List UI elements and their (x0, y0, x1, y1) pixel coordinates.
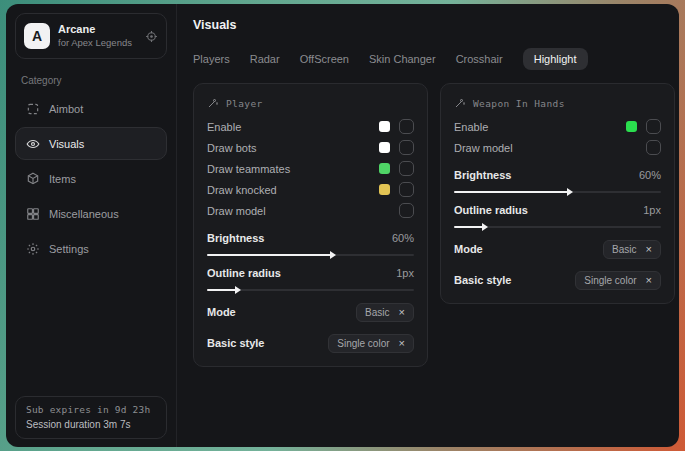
row-label: Mode (207, 306, 356, 318)
slider-thumb[interactable] (330, 251, 336, 259)
sidebar-item-settings[interactable]: Settings (15, 232, 167, 265)
crosshair-frame-icon (26, 102, 40, 116)
basic-style-row: Basic style Single color × (454, 270, 661, 290)
app-subtitle: for Apex Legends (58, 37, 137, 49)
tab-offscreen[interactable]: OffScreen (300, 48, 349, 70)
sidebar-item-visuals[interactable]: Visuals (15, 127, 167, 160)
player-panel: Player Enable Draw bots Draw teammates (193, 83, 428, 367)
basic-style-row: Basic style Single color × (207, 333, 414, 353)
sub-expires-text: Sub expires in 9d 23h (26, 404, 156, 415)
checkbox[interactable] (399, 203, 414, 218)
outline-radius-slider-group: Outline radius 1px (207, 264, 414, 291)
tag-value: Basic (365, 307, 389, 318)
tab-highlight[interactable]: Highlight (523, 48, 588, 70)
slider-track[interactable] (454, 191, 661, 193)
tab-radar[interactable]: Radar (250, 48, 280, 70)
sidebar-item-label: Settings (49, 243, 89, 255)
row-label: Draw knocked (207, 184, 379, 196)
checkbox-row: Draw model (454, 137, 661, 158)
slider-label: Brightness (454, 169, 639, 181)
slider-thumb[interactable] (482, 223, 488, 231)
target-icon[interactable] (145, 30, 158, 43)
checkbox-row: Draw model (207, 200, 414, 221)
app-name: Arcane (58, 23, 137, 37)
mode-row: Mode Basic × (207, 302, 414, 322)
row-label: Enable (454, 121, 626, 133)
slider-track[interactable] (207, 254, 414, 256)
tag-value: Single color (584, 275, 636, 286)
basic-style-tag[interactable]: Single color × (328, 334, 414, 353)
color-swatch[interactable] (379, 142, 390, 153)
slider-thumb[interactable] (567, 188, 573, 196)
mode-tag[interactable]: Basic × (603, 240, 661, 259)
slider-value: 60% (392, 232, 414, 244)
wand-icon (454, 97, 466, 109)
color-swatch[interactable] (379, 121, 390, 132)
sidebar-item-items[interactable]: Items (15, 162, 167, 195)
checkbox[interactable] (399, 140, 414, 155)
color-swatch[interactable] (379, 184, 390, 195)
sidebar-nav: Aimbot Visuals Items Miscellaneous (15, 92, 167, 265)
sidebar-item-miscellaneous[interactable]: Miscellaneous (15, 197, 167, 230)
checkbox-row: Enable (454, 116, 661, 137)
outline-radius-slider-group: Outline radius 1px (454, 201, 661, 228)
slider-label: Outline radius (454, 204, 643, 216)
checkbox-row: Enable (207, 116, 414, 137)
sidebar-item-label: Visuals (49, 138, 84, 150)
sidebar-item-aimbot[interactable]: Aimbot (15, 92, 167, 125)
gear-icon (26, 242, 40, 256)
slider-value: 1px (643, 204, 661, 216)
basic-style-tag[interactable]: Single color × (575, 271, 661, 290)
row-label: Draw bots (207, 142, 379, 154)
checkbox[interactable] (399, 182, 414, 197)
checkbox[interactable] (399, 119, 414, 134)
weapon-in-hands-panel: Weapon In Hands Enable Draw model Bright… (440, 83, 675, 304)
app-logo: A (24, 23, 50, 49)
panel-title: Player (226, 98, 263, 109)
tab-bar: Players Radar OffScreen Skin Changer Cro… (193, 48, 675, 70)
app-window: A Arcane for Apex Legends Category Aimbo… (6, 4, 679, 447)
tab-players[interactable]: Players (193, 48, 230, 70)
slider-track[interactable] (207, 289, 414, 291)
slider-thumb[interactable] (235, 286, 241, 294)
color-swatch[interactable] (379, 163, 390, 174)
slider-track[interactable] (454, 226, 661, 228)
main-content: Visuals Players Radar OffScreen Skin Cha… (176, 4, 679, 447)
row-label: Basic style (454, 274, 575, 286)
checkbox-row: Draw bots (207, 137, 414, 158)
checkbox[interactable] (399, 161, 414, 176)
row-label: Enable (207, 121, 379, 133)
sidebar-item-label: Miscellaneous (49, 208, 119, 220)
brightness-slider-group: Brightness 60% (207, 229, 414, 256)
tab-crosshair[interactable]: Crosshair (456, 48, 503, 70)
checkbox-row: Draw teammates (207, 158, 414, 179)
sidebar-item-label: Aimbot (49, 103, 83, 115)
checkbox[interactable] (646, 119, 661, 134)
checkbox[interactable] (646, 140, 661, 155)
close-icon[interactable]: × (399, 338, 405, 349)
row-label: Basic style (207, 337, 328, 349)
close-icon[interactable]: × (399, 307, 405, 318)
weapon-panel-header: Weapon In Hands (454, 97, 661, 109)
checkbox-row: Draw knocked (207, 179, 414, 200)
sidebar: A Arcane for Apex Legends Category Aimbo… (6, 4, 176, 447)
slider-label: Outline radius (207, 267, 396, 279)
tab-skin-changer[interactable]: Skin Changer (369, 48, 436, 70)
slider-label: Brightness (207, 232, 392, 244)
slider-value: 1px (396, 267, 414, 279)
color-swatch[interactable] (626, 121, 637, 132)
app-title-block: Arcane for Apex Legends (58, 23, 137, 49)
sidebar-item-label: Items (49, 173, 76, 185)
brightness-slider-group: Brightness 60% (454, 166, 661, 193)
row-label: Mode (454, 243, 603, 255)
mode-tag[interactable]: Basic × (356, 303, 414, 322)
grid-icon (26, 207, 40, 221)
close-icon[interactable]: × (646, 244, 652, 255)
app-header-card: A Arcane for Apex Legends (15, 13, 167, 59)
box-icon (26, 172, 40, 186)
panel-title: Weapon In Hands (473, 98, 565, 109)
slider-value: 60% (639, 169, 661, 181)
page-title: Visuals (193, 18, 675, 32)
close-icon[interactable]: × (646, 275, 652, 286)
mode-row: Mode Basic × (454, 239, 661, 259)
